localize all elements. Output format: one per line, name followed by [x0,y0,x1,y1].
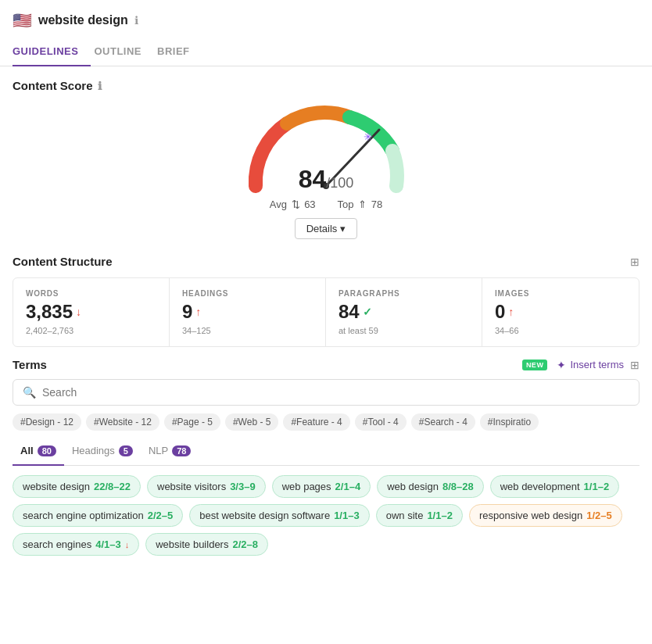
sparkle-icon: ✦ [557,359,566,371]
term-chip[interactable]: search engine optimization 2/2–5 [13,504,183,527]
term-chip[interactable]: own site 1/1–2 [376,504,463,527]
images-range: 34–66 [495,326,626,335]
term-chip[interactable]: website builders 2/2–8 [145,533,268,556]
search-bar: 🔍 [13,379,639,406]
tab-outline[interactable]: OUTLINE [91,38,154,66]
tab-brief[interactable]: BRIEF [154,38,202,66]
headings-label: HEADINGS [182,289,313,298]
content-score-info-icon[interactable]: ℹ [98,80,102,92]
paragraphs-label: PARAGRAPHS [339,289,469,298]
content-structure-section: Content Structure ⊞ WORDS 3,835 ↓ 2,402–… [0,242,652,347]
term-chip[interactable]: best website design software 1/1–3 [189,504,369,527]
paragraphs-range: at least 59 [339,326,469,335]
tag-pill[interactable]: #Page - 5 [164,413,220,431]
tag-pill[interactable]: #Tool - 4 [355,413,407,431]
filter-tab-nlp[interactable]: NLP 78 [141,440,199,466]
gauge-score: 84/100 [299,165,354,194]
tag-pill[interactable]: #Web - 5 [225,413,278,431]
words-label: WORDS [26,289,156,298]
filter-tab-all[interactable]: All 80 [13,440,64,466]
headings-indicator: ↑ [195,306,201,318]
term-chip[interactable]: search engines 4/1–3 ↓ [13,533,139,556]
tag-pill[interactable]: #Design - 12 [13,413,81,431]
tab-bar: GUIDELINES OUTLINE BRIEF [0,38,652,66]
term-chip[interactable]: website visitors 3/3–9 [147,475,266,498]
structure-settings-icon[interactable]: ⊞ [630,256,639,268]
terms-title: Terms [13,358,47,371]
words-value: 3,835 ↓ [26,301,156,323]
filter-tabs: All 80 Headings 5 NLP 78 [13,440,639,466]
images-value: 0 ↑ [495,301,626,323]
structure-header: Content Structure ⊞ [13,255,639,268]
all-badge: 80 [38,445,56,456]
struct-headings: HEADINGS 9 ↑ 34–125 [170,278,326,346]
paragraphs-indicator: ✓ [363,306,372,318]
term-chip[interactable]: web development 1/1–2 [490,475,619,498]
tag-pill[interactable]: #Website - 12 [86,413,159,431]
svg-text:✳: ✳ [364,131,373,143]
info-icon[interactable]: ℹ [134,14,138,27]
term-arrow-down-icon: ↓ [125,540,130,549]
nlp-badge: 78 [172,445,191,456]
details-button[interactable]: Details ▾ [295,218,358,239]
struct-words: WORDS 3,835 ↓ 2,402–2,763 [13,278,170,346]
words-indicator: ↓ [76,306,81,318]
images-indicator: ↑ [508,306,514,318]
site-title: website design [38,13,128,27]
content-score-title: Content Score ℹ [13,79,639,92]
tag-pill[interactable]: #Search - 4 [411,413,475,431]
tab-guidelines[interactable]: GUIDELINES [13,38,91,66]
struct-images: IMAGES 0 ↑ 34–66 [482,278,639,346]
struct-paragraphs: PARAGRAPHS 84 ✓ at least 59 [326,278,482,346]
term-chip[interactable]: responsive web design 1/2–5 [469,504,622,527]
tag-pill[interactable]: #Feature - 4 [283,413,349,431]
chevron-down-icon: ▾ [340,223,346,234]
terms-right: NEW ✦ Insert terms ⊞ [522,359,639,371]
images-label: IMAGES [495,289,626,298]
terms-header: Terms NEW ✦ Insert terms ⊞ [13,358,639,371]
filter-tab-headings[interactable]: Headings 5 [64,440,141,466]
insert-terms-button[interactable]: ✦ Insert terms [557,359,624,371]
structure-grid: WORDS 3,835 ↓ 2,402–2,763 HEADINGS 9 ↑ 3… [13,277,639,347]
term-chip[interactable]: website design 22/8–22 [13,475,141,498]
paragraphs-value: 84 ✓ [339,301,469,323]
term-chip[interactable]: web pages 2/1–4 [272,475,371,498]
search-icon: 🔍 [23,386,36,399]
content-score-section: Content Score ℹ ✳ 84/100 [0,66,652,242]
gauge-container: ✳ 84/100 Avg ⇅ 63 Top ⇑ 78 Details ▾ [13,92,639,242]
tag-pills: #Design - 12 #Website - 12 #Page - 5 #We… [13,413,639,431]
gauge-chart: ✳ 84/100 [240,100,412,194]
header: 🇺🇸 website design ℹ [0,0,652,38]
headings-badge: 5 [119,445,133,456]
headings-range: 34–125 [182,326,313,335]
terms-filter-icon[interactable]: ⊞ [630,359,639,371]
terms-list: website design 22/8–22 website visitors … [13,475,639,556]
structure-title: Content Structure [13,255,113,268]
new-badge: NEW [522,360,548,370]
term-chip[interactable]: web design 8/8–28 [377,475,484,498]
terms-section: Terms NEW ✦ Insert terms ⊞ 🔍 #Design - 1… [0,347,652,556]
words-range: 2,402–2,763 [26,326,156,335]
flag-icon: 🇺🇸 [13,11,32,30]
headings-value: 9 ↑ [182,301,313,323]
search-input[interactable] [42,386,629,399]
tag-pill[interactable]: #Inspiratio [480,413,539,431]
